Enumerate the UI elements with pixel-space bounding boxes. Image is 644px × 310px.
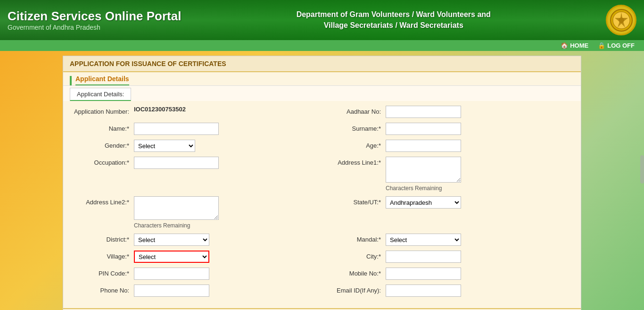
applicant-section-header: Applicant Details bbox=[75, 75, 129, 85]
age-input[interactable] bbox=[386, 140, 461, 152]
form-row-village: Village:* Select City:* bbox=[73, 251, 571, 263]
address2-textarea[interactable] bbox=[134, 196, 219, 220]
header: Citizen Services Online Portal Governmen… bbox=[0, 0, 644, 40]
mobile-label: Mobile No:* bbox=[324, 268, 386, 277]
form-row-pin: PIN Code:* Mobile No:* bbox=[73, 268, 571, 280]
name-input[interactable] bbox=[134, 123, 219, 135]
surname-label: Surname:* bbox=[324, 123, 386, 132]
mandal-select[interactable]: Select bbox=[386, 234, 461, 246]
form-row-addr2: Address Line2:* Characters Remaining Sta… bbox=[73, 196, 571, 229]
form-row-appno: Application Number: IOC012300753502 Aadh… bbox=[73, 106, 571, 118]
village-label: Village:* bbox=[73, 251, 134, 260]
city-input[interactable] bbox=[386, 251, 461, 263]
name-label: Name:* bbox=[73, 123, 134, 132]
header-emblem bbox=[606, 5, 636, 35]
svg-point-3 bbox=[619, 17, 624, 23]
navbar: 🏠 HOME 🔒 LOG OFF bbox=[0, 40, 644, 51]
applicant-form-area: Application Number: IOC012300753502 Aadh… bbox=[63, 101, 581, 308]
form-row-district: District:* Select Mandal:* bbox=[73, 234, 571, 246]
occupation-label: Occupation:* bbox=[73, 157, 134, 166]
department-name: Department of Gram Volunteers / Ward Vol… bbox=[297, 9, 491, 31]
main-form: APPLICATION FOR ISSUANCE OF CERTIFICATES… bbox=[63, 56, 581, 310]
form-row-name: Name:* Surname:* bbox=[73, 123, 571, 135]
state-select[interactable]: Andhrapradesh bbox=[386, 196, 461, 209]
city-label: City:* bbox=[324, 251, 386, 260]
state-label: State/UT:* bbox=[324, 196, 386, 206]
form-row-gender: Gender:* Select Male Female Other bbox=[73, 140, 571, 152]
email-input[interactable] bbox=[386, 285, 461, 297]
app-number-label: Application Number: bbox=[73, 106, 134, 115]
email-label: Email ID(If Any): bbox=[324, 285, 386, 294]
mandal-label: Mandal:* bbox=[324, 234, 386, 243]
page-section-title: APPLICATION FOR ISSUANCE OF CERTIFICATES bbox=[63, 56, 581, 72]
phone-input[interactable] bbox=[134, 285, 209, 297]
pincode-input[interactable] bbox=[134, 268, 209, 280]
portal-title: Citizen Services Online Portal bbox=[8, 9, 181, 24]
home-icon: 🏠 bbox=[561, 42, 568, 49]
address2-chars: Characters Remaining bbox=[134, 222, 320, 229]
address1-chars: Characters Remaining bbox=[386, 185, 571, 192]
mobile-input[interactable] bbox=[386, 268, 461, 280]
gender-select[interactable]: Select Male Female Other bbox=[134, 140, 195, 152]
logoff-link[interactable]: 🔒 LOG OFF bbox=[598, 42, 635, 49]
applicant-details-tab[interactable]: Applicant Details: bbox=[70, 88, 131, 101]
address1-label: Address Line1:* bbox=[324, 157, 386, 166]
address1-textarea[interactable] bbox=[386, 157, 461, 183]
district-label: District:* bbox=[73, 234, 134, 243]
surname-input[interactable] bbox=[386, 123, 461, 135]
app-number-value: IOC012300753502 bbox=[134, 103, 186, 113]
header-left: Citizen Services Online Portal Governmen… bbox=[8, 9, 181, 31]
lock-icon: 🔒 bbox=[598, 42, 605, 49]
occupation-input[interactable] bbox=[134, 157, 219, 169]
address2-label: Address Line2:* bbox=[73, 196, 134, 206]
home-link[interactable]: 🏠 HOME bbox=[561, 42, 588, 49]
scrollbar[interactable] bbox=[640, 155, 644, 184]
aadhaar-label: Aadhaar No: bbox=[324, 106, 386, 115]
gender-label: Gender:* bbox=[73, 140, 134, 149]
form-row-occ: Occupation:* Address Line1:* Characters … bbox=[73, 157, 571, 192]
informant-section: Informant Details Informant Details: Inf… bbox=[63, 308, 581, 310]
district-select[interactable]: Select bbox=[134, 234, 209, 246]
portal-subtitle: Government of Andhra Pradesh bbox=[8, 24, 181, 31]
pincode-label: PIN Code:* bbox=[73, 268, 134, 277]
phone-label: Phone No: bbox=[73, 285, 134, 294]
form-row-phone: Phone No: Email ID(If Any): bbox=[73, 285, 571, 297]
village-select[interactable]: Select bbox=[134, 251, 209, 263]
aadhaar-input[interactable] bbox=[386, 106, 461, 118]
emblem-icon bbox=[606, 5, 636, 35]
age-label: Age:* bbox=[324, 140, 386, 149]
